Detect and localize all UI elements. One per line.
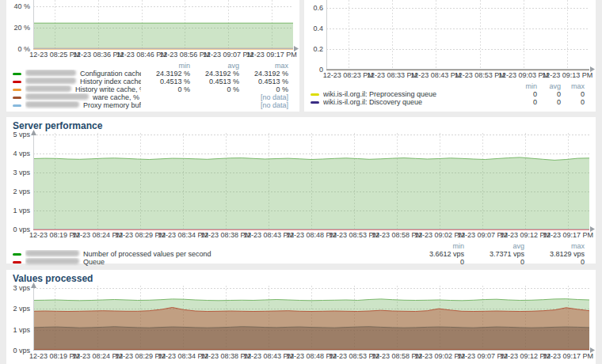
legend-stat-value: 0.4513 %: [190, 78, 239, 85]
legend-stat-value: [no data]: [239, 93, 288, 101]
y-axis-labels: 00.20.40.6: [311, 0, 326, 70]
series-label: Queue: [25, 258, 404, 266]
queues-panel: 00.20.40.6 12-23 08:23 PM12-23 08:33 PM1…: [304, 0, 596, 112]
y-tick-label: 1 vps: [13, 326, 30, 334]
x-tick-label: 12-23 09:13 PM: [542, 71, 592, 79]
legend-stat-value: 24.3192 %: [141, 70, 190, 78]
legend-stat-value: 0: [404, 258, 464, 266]
legend-stat-value: 0: [537, 90, 561, 98]
legend-stat-value: 3.8129 vps: [524, 250, 585, 258]
redacted-host-name: [25, 250, 79, 256]
x-axis-labels: 12-23 08:25 PM12-23 08:36 PM12-23 08:46 …: [33, 51, 293, 60]
x-tick-label: 12-23 09:17 PM: [543, 231, 593, 239]
legend-header-row: minavgmax: [13, 242, 585, 250]
zabbix-dashboard: 0 %20 %40 % 12-23 08:25 PM12-23 08:36 PM…: [0, 0, 602, 364]
legend-stat-value: 0.4513 %: [141, 78, 190, 85]
x-axis-labels: 12-23 08:19 PM12-23 08:24 PM12-23 08:29 …: [33, 231, 589, 241]
cache-usage-panel: 0 %20 %40 % 12-23 08:25 PM12-23 08:36 PM…: [6, 0, 299, 112]
legend-stat-header: max: [239, 62, 288, 70]
queues-legend: minavgmaxwiki.is-il.org.il: Preprocessin…: [311, 82, 589, 106]
series-label: ware cache, % used: [25, 93, 141, 101]
y-tick-label: 0 vps: [13, 347, 30, 355]
server-performance-graph[interactable]: [33, 133, 589, 229]
legend-stat-header: max: [561, 82, 585, 90]
series-color-swatch-icon: [13, 89, 21, 91]
server-performance-panel: Server performance 0 vps1 vps2 vps3 vps4…: [6, 117, 596, 264]
legend-stat-header: avg: [464, 242, 524, 250]
legend-stat-header: min: [513, 82, 537, 90]
legend-stat-value: 0 %: [239, 85, 288, 93]
series-color-swatch-icon: [13, 253, 21, 256]
values-processed-graph[interactable]: [33, 286, 589, 351]
legend-item: Number of processed values per second3.6…: [13, 250, 585, 258]
legend-header-row: minavgmax: [13, 62, 288, 70]
series-label: Number of processed values per second: [25, 250, 404, 258]
y-tick-label: 1 vps: [13, 207, 30, 214]
redacted-host-name: [25, 78, 76, 84]
legend-stat-value: 24.3192 %: [239, 70, 288, 78]
y-axis-labels: 0 vps1 vps2 vps3 vps4 vps5 vps: [13, 133, 33, 229]
y-tick-label: 5 vps: [13, 131, 30, 138]
cache-usage-graph[interactable]: [33, 0, 293, 49]
legend-stat-value: 0: [513, 98, 537, 106]
legend-stat-value: 0 %: [141, 85, 190, 93]
legend-stat-value: 0: [524, 258, 585, 266]
y-tick-label: 2 vps: [13, 188, 30, 195]
series-color-swatch-icon: [311, 101, 319, 104]
legend-item: ware cache, % used[no data]: [13, 93, 288, 101]
x-tick-label: 12-23 09:17 PM: [543, 352, 593, 360]
x-tick-label: 12-23 09:17 PM: [246, 51, 297, 59]
legend-stat-value: 24.3192 %: [190, 70, 239, 78]
y-tick-label: 40 %: [13, 2, 30, 10]
series-color-swatch-icon: [311, 93, 319, 96]
server-performance-legend: minavgmaxNumber of processed values per …: [13, 242, 589, 266]
panel-title: Server performance: [13, 120, 589, 131]
legend-stat-value: 0: [561, 90, 585, 98]
legend-stat-value: 0: [513, 90, 537, 98]
series-color-swatch-icon: [13, 261, 21, 264]
legend-item: Proxy memory buffer, % used[no data]: [13, 101, 288, 109]
legend-stat-header: min: [141, 62, 190, 70]
legend-stat-value: [no data]: [239, 101, 288, 109]
series-label: History write cache, % used: [25, 85, 141, 93]
redacted-host-name: [25, 70, 76, 76]
redacted-host-name: [25, 258, 79, 264]
legend-stat-value: 0.4513 %: [239, 78, 288, 85]
series-label: History index cache, % used: [25, 78, 141, 85]
series-label: Configuration cache, % used: [25, 70, 141, 78]
panel-title: Values processed: [13, 273, 589, 284]
queues-graph[interactable]: [326, 0, 589, 70]
series-label: Proxy memory buffer, % used: [25, 101, 141, 109]
legend-item: History index cache, % used0.4513 %0.451…: [13, 78, 288, 85]
legend-stat-value: 0: [561, 98, 585, 106]
y-tick-label: 20 %: [13, 24, 30, 32]
y-tick-label: 0 %: [17, 45, 30, 53]
legend-item: History write cache, % used0 %0 %0 %: [13, 85, 288, 93]
legend-stat-header: min: [404, 242, 464, 250]
series-color-swatch-icon: [13, 81, 21, 83]
legend-stat-value: 0: [464, 258, 524, 266]
y-tick-label: 4 vps: [13, 150, 30, 157]
series-color-swatch-icon: [13, 73, 21, 75]
legend-item: wiki.is-il.org.il: Discovery queue000: [311, 98, 585, 106]
series-color-swatch-icon: [13, 97, 21, 99]
legend-item: Configuration cache, % used24.3192 %24.3…: [13, 70, 288, 78]
legend-item: Queue000: [13, 258, 585, 266]
series-color-swatch-icon: [13, 104, 21, 107]
y-tick-label: 0.6: [313, 4, 323, 12]
redacted-host-name: [25, 101, 79, 108]
legend-header-row: minavgmax: [311, 82, 585, 90]
legend-stat-header: avg: [537, 82, 561, 90]
y-axis-labels: 0 %20 %40 %: [13, 0, 33, 49]
y-tick-label: 3 vps: [13, 169, 30, 176]
y-tick-label: 0.4: [313, 25, 323, 32]
legend-stat-value: 3.7371 vps: [464, 250, 524, 258]
y-tick-label: 0 vps: [13, 226, 30, 233]
y-tick-label: 2 vps: [13, 305, 30, 313]
legend-stat-header: avg: [190, 62, 239, 70]
legend-item: wiki.is-il.org.il: Preprocessing queue00…: [311, 90, 585, 98]
x-axis-labels: 12-23 08:23 PM12-23 08:33 PM12-23 08:43 …: [326, 71, 589, 81]
y-axis-labels: 0 vps1 vps2 vps3 vps: [13, 286, 33, 351]
redacted-host-name: [25, 85, 71, 92]
redacted-host-name: [25, 93, 89, 100]
